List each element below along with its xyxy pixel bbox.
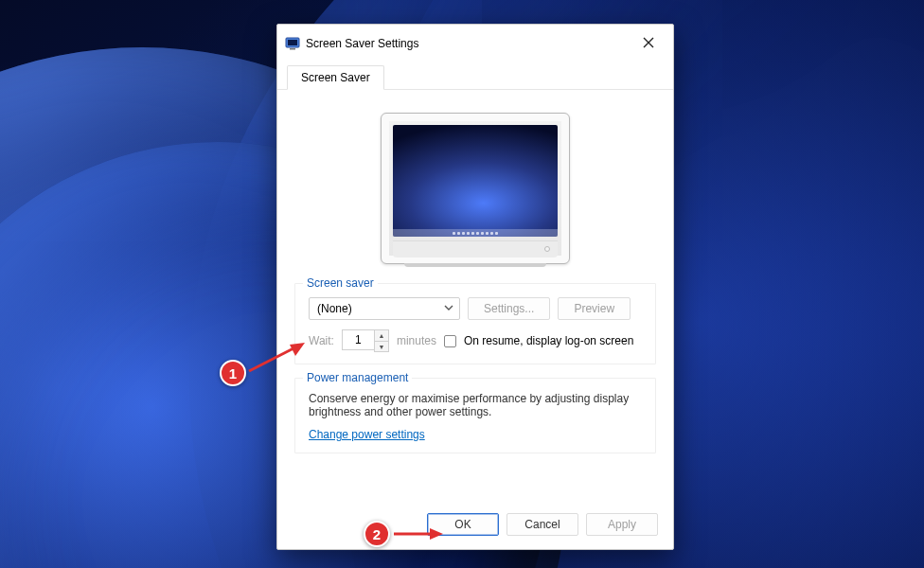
wait-spinner-down[interactable]: ▼	[375, 341, 388, 351]
change-power-settings-link[interactable]: Change power settings	[309, 428, 425, 441]
tabstrip: Screen Saver	[277, 57, 673, 90]
annotation-badge-1-text: 1	[229, 365, 237, 382]
preview-monitor-screen	[393, 125, 558, 237]
screensaver-group-title: Screen saver	[303, 276, 378, 290]
wait-label: Wait:	[309, 334, 334, 347]
tab-screensaver[interactable]: Screen Saver	[287, 65, 384, 90]
preview-taskbar	[393, 229, 558, 237]
power-management-title: Power management	[303, 371, 412, 384]
svg-rect-1	[290, 48, 295, 50]
screen-saver-icon	[285, 36, 300, 51]
annotation-arrow-2	[392, 526, 443, 541]
cancel-button[interactable]: Cancel	[506, 513, 578, 536]
annotation-badge-1: 1	[220, 360, 246, 386]
close-button[interactable]	[633, 30, 664, 57]
close-icon	[643, 37, 654, 51]
annotation-arrow-1	[246, 341, 305, 379]
screensaver-select-value: (None)	[317, 302, 352, 315]
preview-monitor-wrap	[294, 101, 656, 270]
title-left: Screen Saver Settings	[285, 36, 418, 51]
preview-monitor-base	[393, 240, 558, 257]
annotation-badge-2: 2	[364, 521, 390, 547]
window-title: Screen Saver Settings	[306, 37, 418, 50]
resume-logon-checkbox[interactable]	[444, 335, 456, 347]
apply-button[interactable]: Apply	[586, 513, 658, 536]
settings-button[interactable]: Settings...	[468, 297, 550, 320]
preview-monitor-feet	[404, 263, 546, 267]
wait-unit-label: minutes	[397, 334, 436, 347]
power-management-description: Conserve energy or maximise performance …	[309, 392, 642, 418]
power-management-group: Power management Conserve energy or maxi…	[294, 378, 656, 453]
wait-spinner-up[interactable]: ▲	[375, 330, 388, 341]
preview-monitor-led	[544, 246, 550, 252]
titlebar[interactable]: Screen Saver Settings	[277, 25, 673, 57]
svg-line-3	[249, 348, 293, 371]
svg-rect-2	[288, 40, 297, 45]
screen-saver-settings-dialog: Screen Saver Settings Screen Saver	[276, 24, 674, 550]
preview-monitor	[381, 113, 570, 264]
wait-spinner: ▲ ▼	[374, 329, 389, 352]
preview-button[interactable]: Preview	[558, 297, 631, 320]
wait-minutes-input[interactable]	[342, 329, 374, 350]
screensaver-select[interactable]: (None)	[309, 297, 460, 320]
chevron-down-icon	[444, 302, 453, 315]
dialog-body: Screen saver (None) Settings... Preview …	[277, 90, 673, 504]
screensaver-group: Screen saver (None) Settings... Preview …	[294, 283, 656, 364]
resume-logon-label: On resume, display log-on screen	[464, 334, 633, 347]
annotation-badge-2-text: 2	[373, 526, 381, 542]
svg-marker-6	[430, 528, 443, 540]
dialog-footer: OK Cancel Apply	[277, 504, 673, 549]
